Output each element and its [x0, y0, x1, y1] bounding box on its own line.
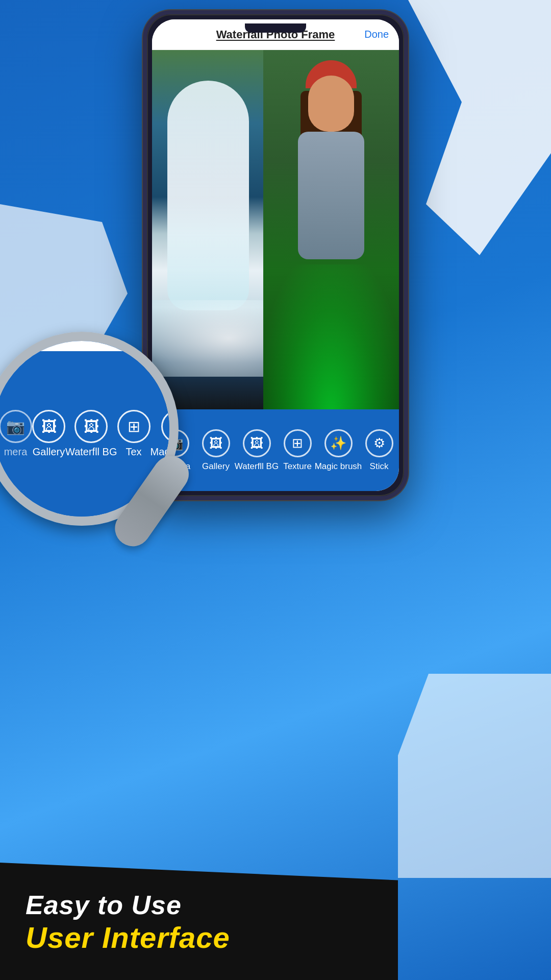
- magnifier-gallery-item: 🖼 Gallery: [32, 410, 65, 458]
- waterfall-bg-icon: 🖼: [243, 429, 271, 457]
- magnifier-texture-item: ⊞ Tex: [117, 410, 151, 458]
- body: [298, 132, 364, 259]
- magic-brush-label: Magic brush: [315, 461, 362, 472]
- magnifier-magic-brush-item: ✨ Magic brush: [151, 410, 170, 458]
- magnifier-white-bar: [0, 341, 169, 351]
- toolbar-item-texture[interactable]: ⊞ Texture: [277, 429, 318, 472]
- magnifier-magic-brush-icon: ✨: [161, 410, 169, 443]
- magnifier-camera-item: 📷 mera: [0, 410, 32, 458]
- done-button[interactable]: Done: [364, 29, 389, 40]
- phone-notch: [245, 23, 306, 33]
- toolbar-item-magic-brush[interactable]: ✨ Magic brush: [318, 429, 359, 472]
- banner-text-container: Easy to Use User Interface: [26, 890, 230, 954]
- magnifier-camera-icon: 📷: [0, 410, 32, 443]
- waterfall-water: [167, 81, 249, 310]
- magnifier-gallery-label: Gallery: [33, 446, 65, 458]
- waterfall-bg-label: Waterfll BG: [235, 461, 279, 472]
- magnifier-waterfall-label: Waterfll BG: [65, 446, 117, 458]
- bottom-banner: Easy to Use User Interface: [0, 863, 551, 980]
- sticker-label: Stick: [370, 461, 389, 472]
- head: [308, 76, 354, 132]
- magnifier-texture-label: Tex: [126, 446, 141, 458]
- magic-brush-icon: ✨: [324, 429, 353, 457]
- texture-label: Texture: [283, 461, 312, 472]
- texture-icon: ⊞: [284, 429, 312, 457]
- magnifier-waterfall-icon: 🖼: [74, 410, 108, 443]
- toolbar-item-sticker[interactable]: ⚙ Stick: [359, 429, 399, 472]
- sticker-icon: ⚙: [365, 429, 393, 457]
- magnifier-gallery-icon: 🖼: [32, 410, 65, 443]
- banner-line1: Easy to Use: [26, 890, 230, 920]
- magnifier: 📷 mera 🖼 Gallery 🖼 Waterfll BG ⊞ Tex ✨: [0, 332, 214, 561]
- magnifier-texture-icon: ⊞: [117, 410, 151, 443]
- banner-line2: User Interface: [26, 920, 230, 954]
- person-figure: [285, 60, 377, 315]
- toolbar-item-waterfall-bg[interactable]: 🖼 Waterfll BG: [236, 429, 277, 472]
- person-area: [263, 50, 399, 418]
- brush-decoration-bottom-right: [398, 674, 551, 878]
- magnifier-waterfall-item: 🖼 Waterfll BG: [65, 410, 117, 458]
- magnifier-camera-label: mera: [4, 446, 28, 458]
